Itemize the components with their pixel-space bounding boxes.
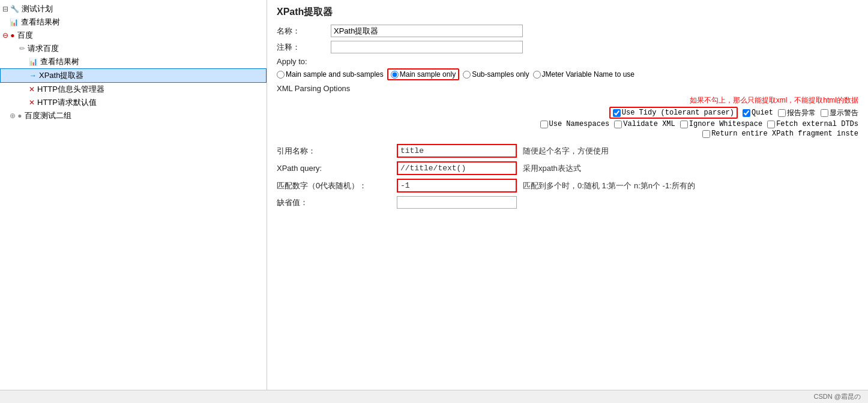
xml-section: XML Parsing Options 如果不勾上，那么只能提取xml，不能提取…	[277, 84, 858, 138]
field-input-1[interactable]	[397, 161, 517, 175]
cb-fetch-dtds[interactable]	[767, 121, 775, 128]
tree-icon-http-header-manager: ✕	[29, 85, 35, 94]
cb-label-show-warn: 显示警告	[830, 108, 858, 118]
cb-label-ignore-whitespace: Ignore Whitespace	[689, 120, 762, 128]
sidebar-item-xpath-extractor[interactable]: →XPath提取器	[0, 68, 267, 83]
cb-label-use-namespaces: Use Namespaces	[549, 120, 610, 128]
sidebar: ⊟ 🔧测试计划📊查看结果树⊖ ●百度✏请求百度📊查看结果树→XPath提取器✕H…	[0, 0, 267, 390]
field-row-3: 缺省值：	[277, 196, 858, 209]
cb-quiet[interactable]	[743, 109, 750, 117]
radio-option-sub-only[interactable]: Sub-samples only	[463, 70, 529, 79]
cb-label-return-xpath: Return entire XPath fragment inste	[711, 130, 858, 138]
sidebar-item-view-results-tree-2[interactable]: 📊查看结果树	[0, 55, 267, 68]
tree-icon-baidu: ⊖ ●	[2, 31, 15, 40]
field-label-3: 缺省值：	[277, 197, 397, 208]
cb-ignore-whitespace[interactable]	[680, 121, 688, 128]
comment-row: 注释：	[277, 41, 858, 53]
xml-options-row1: 如果不勾上，那么只能提取xml，不能提取html的数据	[277, 95, 858, 106]
sidebar-label-view-results-tree-2: 查看结果树	[40, 56, 79, 67]
cb-label-use-tidy: Use Tidy (tolerant parser)	[622, 109, 734, 117]
comment-label: 注释：	[277, 42, 331, 53]
sidebar-item-baidu[interactable]: ⊖ ●百度	[0, 29, 267, 42]
checkbox-return-xpath[interactable]: Return entire XPath fragment inste	[702, 130, 858, 138]
sidebar-label-baidu: 百度	[17, 30, 33, 41]
sidebar-item-test-plan[interactable]: ⊟ 🔧测试计划	[0, 2, 267, 16]
tree-icon-test-plan: ⊟ 🔧	[2, 5, 19, 13]
field-input-3[interactable]	[397, 196, 517, 209]
field-note-1: 采用xpath表达式	[523, 163, 581, 174]
red-note: 如果不勾上，那么只能提取xml，不能提取html的数据	[690, 95, 858, 106]
name-input[interactable]	[331, 25, 523, 37]
field-row-2: 匹配数字（0代表随机）：匹配到多个时，0:随机 1:第一个 n:第n个 -1:所…	[277, 179, 858, 193]
cb-report-error[interactable]	[778, 109, 786, 117]
panel-title: XPath提取器	[277, 6, 858, 19]
checkbox-use-namespaces[interactable]: Use Namespaces	[540, 120, 610, 128]
bottom-bar: CSDN @霜昆の	[0, 390, 868, 403]
field-row-0: 引用名称：随便起个名字，方便使用	[277, 144, 858, 158]
tree-icon-view-results-tree-1: 📊	[10, 18, 19, 26]
field-input-0[interactable]	[397, 144, 517, 158]
apply-to-label: Apply to:	[277, 57, 858, 66]
radio-main-only[interactable]	[391, 71, 399, 79]
checkbox-ignore-whitespace[interactable]: Ignore Whitespace	[680, 120, 762, 128]
xml-options-row4: Return entire XPath fragment inste	[277, 130, 858, 138]
radio-label-main-sub: Main sample and sub-samples	[286, 70, 384, 79]
tree-icon-request-baidu: ✏	[19, 44, 25, 53]
sidebar-label-baidu-test-group-2: 百度测试二组	[25, 110, 71, 121]
sidebar-label-http-header-manager: HTTP信息头管理器	[37, 84, 104, 95]
cb-label-quiet: Quiet	[752, 109, 773, 117]
sidebar-item-request-baidu[interactable]: ✏请求百度	[0, 42, 267, 55]
radio-label-main-only: Main sample only	[400, 70, 456, 79]
cb-show-warn[interactable]	[821, 109, 828, 117]
right-panel: XPath提取器 名称： 注释： Apply to: Main sample a…	[267, 0, 868, 390]
radio-sub-only[interactable]	[463, 71, 471, 79]
field-label-1: XPath query:	[277, 164, 397, 173]
cb-validate-xml[interactable]	[614, 121, 622, 128]
cb-use-namespaces[interactable]	[540, 121, 548, 128]
cb-return-xpath[interactable]	[702, 130, 710, 138]
bottom-bar-text: CSDN @霜昆の	[814, 392, 861, 401]
tree-icon-xpath-extractor: →	[29, 71, 37, 80]
checkbox-use-tidy[interactable]: Use Tidy (tolerant parser)	[609, 107, 738, 119]
radio-option-jmeter-var[interactable]: JMeter Variable Name to use	[533, 70, 635, 79]
field-label-0: 引用名称：	[277, 146, 397, 157]
sidebar-item-view-results-tree-1[interactable]: 📊查看结果树	[0, 16, 267, 29]
sidebar-label-xpath-extractor: XPath提取器	[39, 70, 83, 81]
sidebar-item-http-header-manager[interactable]: ✕HTTP信息头管理器	[0, 83, 267, 96]
field-input-2[interactable]	[397, 179, 517, 193]
sidebar-item-http-defaults[interactable]: ✕HTTP请求默认值	[0, 96, 267, 109]
apply-to-section: Apply to: Main sample and sub-samplesMai…	[277, 57, 858, 80]
sidebar-label-view-results-tree-1: 查看结果树	[21, 17, 60, 28]
radio-jmeter-var[interactable]	[533, 71, 541, 79]
sidebar-item-baidu-test-group-2[interactable]: ⊕ ●百度测试二组	[0, 109, 267, 122]
xml-label: XML Parsing Options	[277, 84, 858, 93]
cb-label-report-error: 报告异常	[787, 108, 816, 118]
field-note-2: 匹配到多个时，0:随机 1:第一个 n:第n个 -1:所有的	[523, 181, 695, 191]
radio-group: Main sample and sub-samplesMain sample o…	[277, 68, 858, 80]
radio-option-main-sub[interactable]: Main sample and sub-samples	[277, 70, 384, 79]
sidebar-label-request-baidu: 请求百度	[28, 43, 59, 54]
cb-label-validate-xml: Validate XML	[623, 120, 675, 128]
checkbox-report-error[interactable]: 报告异常	[778, 108, 816, 118]
name-label: 名称：	[277, 26, 331, 37]
tree-icon-baidu-test-group-2: ⊕ ●	[10, 112, 22, 120]
checkbox-quiet[interactable]: Quiet	[743, 109, 773, 117]
checkbox-fetch-dtds[interactable]: Fetch external DTDs	[767, 120, 858, 128]
checkbox-show-warn[interactable]: 显示警告	[821, 108, 858, 118]
xml-options-row2: Use Tidy (tolerant parser)Quiet报告异常显示警告	[277, 107, 858, 119]
field-label-2: 匹配数字（0代表随机）：	[277, 181, 397, 191]
radio-main-sub[interactable]	[277, 71, 285, 79]
radio-label-jmeter-var: JMeter Variable Name to use	[542, 70, 635, 79]
sidebar-label-http-defaults: HTTP请求默认值	[37, 97, 97, 108]
comment-input[interactable]	[331, 41, 523, 53]
field-note-0: 随便起个名字，方便使用	[523, 146, 609, 157]
sidebar-label-test-plan: 测试计划	[22, 4, 53, 14]
radio-option-main-only[interactable]: Main sample only	[387, 68, 459, 80]
field-row-1: XPath query:采用xpath表达式	[277, 161, 858, 175]
checkbox-validate-xml[interactable]: Validate XML	[614, 120, 675, 128]
cb-use-tidy[interactable]	[613, 109, 621, 117]
radio-label-sub-only: Sub-samples only	[472, 70, 529, 79]
tree-icon-view-results-tree-2: 📊	[29, 58, 38, 66]
name-row: 名称：	[277, 25, 858, 37]
cb-label-fetch-dtds: Fetch external DTDs	[776, 120, 858, 128]
